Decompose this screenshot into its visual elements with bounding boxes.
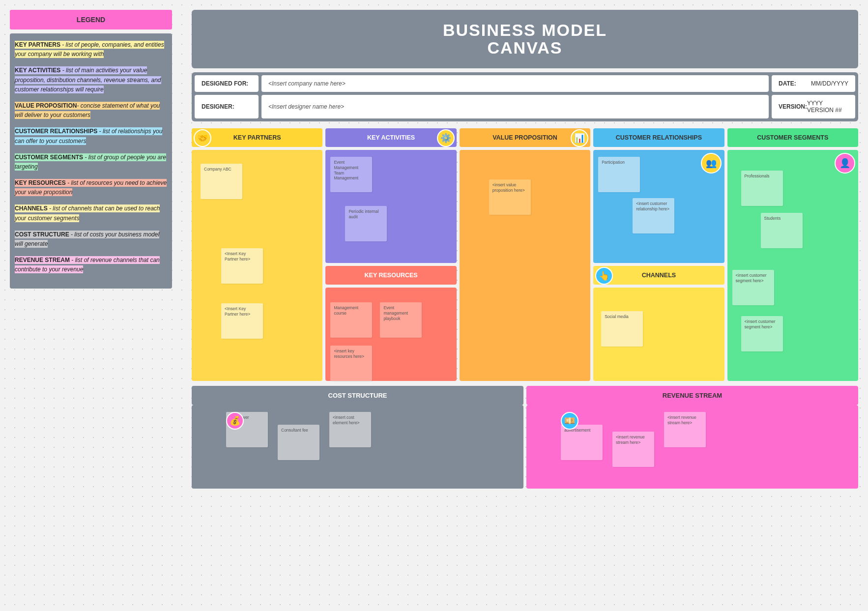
date-cell[interactable]: DATE: MM/DD/YYYY [772,75,855,92]
header-key-activities: KEY ACTIVITIES ⚙️ [325,128,456,147]
touch-icon: 👆 [595,267,613,285]
header-cost-structure: COST STRUCTURE [192,386,523,405]
sticky-note[interactable]: Participation [598,157,640,192]
legend-item-channels: CHANNELS - list of channels that can be … [15,204,167,223]
legend-item-value-proposition: VALUE PROPOSITION- concise statement of … [15,101,167,120]
header-channels: 👆 CHANNELS [593,266,724,285]
bottom-row: COST STRUCTURE 💰 Manpower Consultant fee… [192,386,858,489]
sticky-note[interactable]: Company ABC [201,164,242,199]
sticky-note[interactable]: <insert customer relationship here> [633,198,674,233]
sticky-note[interactable]: Event management playbook [380,302,422,338]
sticky-note[interactable]: Social media [601,311,643,347]
box-key-activities[interactable]: Event Management Team Management Periodi… [325,150,456,263]
box-customer-relationships[interactable]: 👥 Participation <insert customer relatio… [593,150,724,263]
box-key-resources[interactable]: Management course Event management playb… [325,288,456,381]
sticky-note[interactable]: <insert customer segment here> [741,316,783,351]
sticky-note[interactable]: <insert key resources here> [330,346,372,381]
sticky-note[interactable]: Consultant fee [278,425,319,460]
designed-for-label: DESIGNED FOR: [195,75,259,92]
presentation-icon: 📊 [571,129,588,147]
box-customer-segments[interactable]: 👤 Professionals Students <insert custome… [727,150,858,381]
sticky-note[interactable]: <insert revenue stream here> [664,412,706,447]
sticky-note[interactable]: Students [761,213,803,248]
legend-item-key-resources: KEY RESOURCES - list of resources you ne… [15,178,167,197]
canvas-title: BUSINESS MODELCANVAS [192,10,858,68]
legend-item-cost-structure: COST STRUCTURE - list of costs your busi… [15,230,167,249]
handshake-icon: 🤝 [194,129,211,147]
header-key-partners: 🤝 KEY PARTNERS [192,128,322,147]
box-key-partners[interactable]: Company ABC <Insert Key Partner here> <I… [192,150,322,381]
sticky-note[interactable]: Event Management Team Management [330,157,372,192]
canvas: BUSINESS MODELCANVAS DESIGNED FOR: <Inse… [192,10,858,489]
version-value: YYYY VERSION ## [807,100,848,114]
designer-value[interactable]: <Insert designer name here> [261,95,769,118]
version-label: VERSION: [779,103,807,110]
sticky-note[interactable]: Management course [330,302,372,338]
header-value-proposition: VALUE PROPOSITION 📊 [460,128,590,147]
sticky-note[interactable]: <Insert Key Partner here> [221,303,263,339]
gear-icon: ⚙️ [437,129,455,147]
header-customer-segments: CUSTOMER SEGMENTS [727,128,858,147]
legend-item-revenue-stream: REVENUE STREAM - list of revenue channel… [15,256,167,274]
people-icon: 👥 [701,153,722,174]
box-value-proposition[interactable]: <insert value proposition here> [460,150,590,381]
meta-block: DESIGNED FOR: <Insert company name here>… [192,72,858,121]
header-customer-relationships: CUSTOMER RELATIONSHIPS [593,128,724,147]
legend-panel: LEGEND KEY PARTNERS - list of people, co… [10,10,172,289]
legend-item-key-partners: KEY PARTNERS - list of people, companies… [15,40,167,59]
sticky-note[interactable]: Professionals [741,171,783,206]
sticky-note[interactable]: <insert customer segment here> [732,270,774,305]
sticky-note[interactable]: <insert revenue stream here> [612,432,654,467]
legend-body: KEY PARTNERS - list of people, companies… [10,33,172,289]
bmc-grid: 🤝 KEY PARTNERS KEY ACTIVITIES ⚙️ VALUE P… [192,128,858,381]
designed-for-value[interactable]: <Insert company name here> [261,75,769,92]
designer-label: DESIGNER: [195,95,259,118]
box-channels[interactable]: Social media [593,288,724,381]
sticky-note[interactable]: <insert value proposition here> [489,179,531,215]
version-cell[interactable]: VERSION: YYYY VERSION ## [772,95,855,118]
legend-header: LEGEND [10,10,172,29]
legend-item-customer-relationships: CUSTOMER RELATIONSHIPS - list of relatio… [15,127,167,145]
sticky-note[interactable]: <Insert Key Partner here> [221,248,263,284]
header-revenue-stream: REVENUE STREAM [526,386,858,405]
box-revenue-stream[interactable]: 💴 advertisement <insert revenue stream h… [526,405,858,489]
sticky-note[interactable]: <insert cost element here> [329,412,371,447]
header-key-resources: KEY RESOURCES [325,266,456,285]
legend-item-key-activities: KEY ACTIVITIES - list of main activities… [15,66,167,94]
box-cost-structure[interactable]: 💰 Manpower Consultant fee <insert cost e… [192,405,523,489]
date-label: DATE: [779,80,796,87]
date-value: MM/DD/YYYY [811,80,848,87]
legend-item-customer-segments: CUSTOMER SEGMENTS - list of group of peo… [15,153,167,172]
sticky-note[interactable]: advertisement [561,425,603,460]
sticky-note[interactable]: Periodic internal audit [345,206,387,241]
